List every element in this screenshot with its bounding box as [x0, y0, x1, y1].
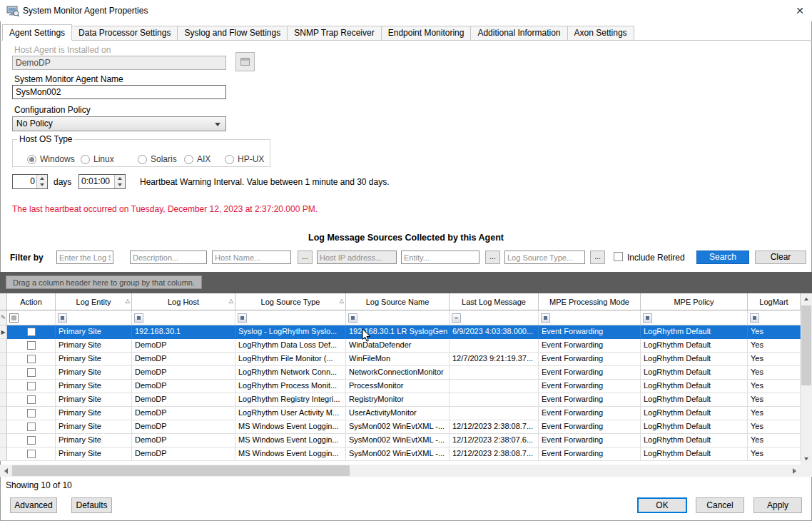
- sort-ascending-icon: △: [229, 298, 233, 304]
- table-row[interactable]: Primary Site DemoDP MS Windows Event Log…: [0, 434, 801, 447]
- vertical-scroll-thumb[interactable]: [801, 305, 811, 385]
- column-header-log-source-type[interactable]: Log Source Type△: [235, 293, 346, 310]
- include-retired-checkbox[interactable]: [614, 252, 623, 261]
- horizontal-scrollbar[interactable]: [0, 465, 801, 477]
- row-checkbox[interactable]: [27, 341, 36, 350]
- radio-linux[interactable]: Linux: [81, 154, 114, 164]
- log-source-filter-input[interactable]: [56, 251, 113, 264]
- filter-cell-log-source-type[interactable]: [235, 310, 346, 325]
- column-header-action[interactable]: Action: [7, 293, 56, 310]
- interval-spinner[interactable]: 0:01:00: [78, 174, 126, 189]
- table-row[interactable]: ▶ Primary Site 192.168.30.1 Syslog - Log…: [0, 325, 801, 339]
- filter-icon[interactable]: [750, 313, 759, 323]
- table-row[interactable]: Primary Site DemoDP MS Windows Event Log…: [0, 420, 801, 434]
- filter-icon[interactable]: [541, 313, 550, 323]
- radio-windows[interactable]: Windows: [27, 154, 75, 164]
- table-row[interactable]: Primary Site DemoDP LogRhythm User Activ…: [0, 407, 801, 420]
- row-checkbox[interactable]: [27, 368, 36, 377]
- cell-mpe-policy: LogRhythm Default: [641, 339, 748, 353]
- defaults-button[interactable]: Defaults: [71, 497, 112, 513]
- tab-endpoint-monitoring[interactable]: Endpoint Monitoring: [381, 26, 472, 40]
- entity-browse-button[interactable]: ...: [485, 251, 500, 264]
- radio-solaris[interactable]: Solaris: [138, 154, 177, 164]
- filter-icon[interactable]: [134, 313, 143, 323]
- row-checkbox[interactable]: [27, 395, 36, 404]
- ok-button[interactable]: OK: [637, 497, 687, 513]
- host-agent-browse-button[interactable]: [235, 52, 255, 71]
- row-checkbox[interactable]: [27, 355, 36, 363]
- apply-button[interactable]: Apply: [753, 497, 802, 513]
- row-checkbox[interactable]: [27, 409, 36, 418]
- column-header-logmart[interactable]: LogMart: [748, 293, 801, 310]
- tab-snmp-trap-receiver[interactable]: SNMP Trap Receiver: [287, 26, 381, 40]
- select-all-checkbox[interactable]: [9, 313, 19, 323]
- column-header-log-entity[interactable]: Log Entity△: [56, 293, 132, 310]
- agent-name-field[interactable]: SysMon002: [12, 85, 226, 99]
- filter-cell-log-entity[interactable]: [56, 310, 132, 325]
- log-source-type-browse-button[interactable]: ...: [590, 251, 605, 264]
- table-row[interactable]: Primary Site DemoDP LogRhythm Data Loss …: [0, 339, 801, 353]
- scroll-up-icon[interactable]: [801, 293, 812, 305]
- column-header-log-source-name[interactable]: Log Source Name: [346, 293, 450, 310]
- table-row[interactable]: Primary Site DemoDP LogRhythm Registry I…: [0, 393, 801, 407]
- tab-data-processor-settings[interactable]: Data Processor Settings: [71, 26, 178, 40]
- host-name-filter-input[interactable]: [212, 251, 291, 264]
- equals-filter-icon[interactable]: =: [452, 313, 461, 323]
- row-checkbox[interactable]: [27, 328, 36, 336]
- column-header-last-log-message[interactable]: Last Log Message: [450, 293, 539, 310]
- host-agent-label: Host Agent is Installed on: [14, 45, 111, 55]
- tab-syslog-and-flow-settings[interactable]: Syslog and Flow Settings: [177, 26, 288, 40]
- filter-cell-log-host[interactable]: [132, 310, 235, 325]
- tab-axon-settings[interactable]: Axon Settings: [567, 26, 634, 40]
- row-checkbox[interactable]: [27, 382, 36, 390]
- row-checkbox[interactable]: [27, 436, 36, 445]
- log-source-type-filter-input[interactable]: [504, 251, 585, 264]
- spin-up-icon[interactable]: [115, 175, 125, 182]
- filter-icon[interactable]: [58, 313, 67, 323]
- column-header-mpe-policy[interactable]: MPE Policy: [641, 293, 748, 310]
- row-checkbox[interactable]: [27, 423, 36, 431]
- cancel-button[interactable]: Cancel: [696, 497, 744, 513]
- filter-cell-log-source-name[interactable]: [346, 310, 450, 325]
- filter-cell-logmart[interactable]: [748, 310, 801, 325]
- description-filter-input[interactable]: [130, 251, 207, 264]
- configuration-policy-label: Configuration Policy: [14, 105, 91, 115]
- table-row[interactable]: Primary Site DemoDP LogRhythm Network Co…: [0, 366, 801, 380]
- radio-aix[interactable]: AIX: [184, 154, 210, 164]
- scroll-down-icon[interactable]: [801, 453, 812, 465]
- tab-agent-settings[interactable]: Agent Settings: [2, 24, 72, 41]
- vertical-scrollbar[interactable]: [801, 293, 812, 465]
- entity-filter-input[interactable]: [401, 251, 479, 264]
- table-row[interactable]: Primary Site DemoDP LogRhythm Process Mo…: [0, 380, 801, 393]
- filter-icon[interactable]: [238, 313, 247, 323]
- search-button[interactable]: Search: [696, 251, 749, 264]
- advanced-button[interactable]: Advanced: [10, 497, 57, 513]
- column-header-mpe-processing-mode[interactable]: MPE Processing Mode: [539, 293, 641, 310]
- table-row[interactable]: Primary Site DemoDP LogRhythm File Monit…: [0, 353, 801, 366]
- filter-icon[interactable]: [643, 313, 652, 323]
- column-header-log-host[interactable]: Log Host△: [132, 293, 235, 310]
- clear-button[interactable]: Clear: [755, 251, 806, 264]
- days-spinner[interactable]: 0: [12, 174, 48, 189]
- spin-down-icon[interactable]: [37, 182, 47, 189]
- filter-icon[interactable]: [348, 313, 357, 323]
- scroll-right-icon[interactable]: [788, 465, 801, 477]
- tab-additional-information[interactable]: Additional Information: [470, 26, 567, 40]
- row-checkbox[interactable]: [27, 450, 36, 458]
- window-icon: [240, 58, 250, 66]
- filter-cell-mpe-policy[interactable]: [641, 310, 748, 325]
- scroll-left-icon[interactable]: [0, 465, 12, 477]
- horizontal-scroll-thumb[interactable]: [12, 465, 350, 476]
- filter-cell-mpe-processing-mode[interactable]: [539, 310, 641, 325]
- cell-mpe-policy: LogRhythm Default: [641, 325, 748, 339]
- host-name-browse-button[interactable]: ...: [298, 251, 313, 264]
- filter-cell-action[interactable]: [7, 310, 56, 325]
- host-ip-filter-input: [317, 251, 397, 264]
- close-icon[interactable]: ✕: [791, 3, 809, 19]
- table-row[interactable]: Primary Site DemoDP MS Windows Event Log…: [0, 447, 801, 461]
- radio-hpux[interactable]: HP-UX: [225, 154, 264, 164]
- spin-up-icon[interactable]: [37, 175, 47, 182]
- configuration-policy-select[interactable]: No Policy: [12, 116, 226, 131]
- filter-cell-last-log-message[interactable]: =: [450, 310, 539, 325]
- spin-down-icon[interactable]: [115, 182, 125, 189]
